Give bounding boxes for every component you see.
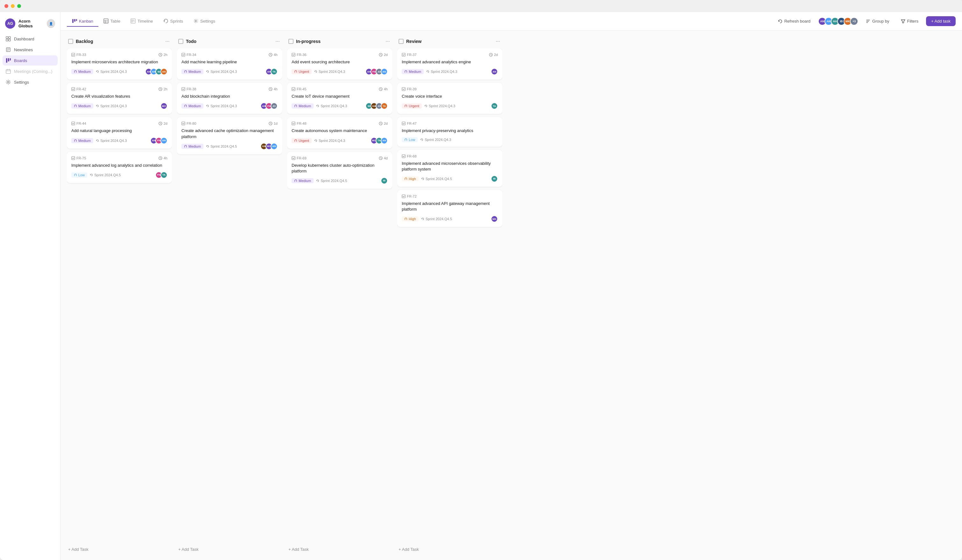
card-header: FR-39	[402, 87, 498, 91]
tab-table[interactable]: Table	[98, 16, 126, 27]
svg-point-27	[195, 20, 197, 22]
card-time: 2d	[379, 53, 388, 56]
card-id: FR-48	[292, 122, 307, 126]
tab-sprints[interactable]: Sprints	[158, 16, 188, 27]
column-title-inprogress: In-progress	[296, 39, 382, 44]
sidebar-item-newslines[interactable]: Newslines	[3, 45, 58, 55]
cards-backlog: FR-33 2h Implement microservices archite…	[67, 48, 172, 542]
svg-point-15	[8, 82, 9, 83]
card-avatar: TA	[381, 103, 388, 109]
card-header: FR-33 2h	[71, 53, 168, 56]
card-FR-37[interactable]: FR-37 2d Implement advanced analytics en…	[397, 48, 502, 80]
card-FR-33[interactable]: FR-33 2h Implement microservices archite…	[67, 48, 172, 80]
minimize-dot[interactable]	[11, 4, 15, 8]
card-title: Implement microservices architecture mig…	[71, 59, 168, 65]
card-time: 2h	[158, 53, 168, 56]
card-avatars: HAMOAN	[260, 143, 278, 150]
add-task-button[interactable]: + Add task	[926, 16, 956, 26]
close-dot[interactable]	[5, 4, 8, 8]
card-FR-42[interactable]: FR-42 2h Create AR visualization feature…	[67, 83, 172, 114]
column-menu-review[interactable]: ···	[495, 38, 501, 45]
svg-rect-36	[72, 122, 75, 125]
card-id: FR-69	[292, 156, 307, 160]
column-menu-inprogress[interactable]: ···	[384, 38, 391, 45]
card-footer: Medium Sprint 2024.Q4.3 ANPAAN	[71, 137, 168, 144]
column-checkbox-todo[interactable]	[178, 39, 183, 44]
calendar-icon	[6, 69, 11, 74]
svg-rect-10	[10, 58, 11, 60]
card-FR-34[interactable]: FR-34 4h Add machine learning pipeline M…	[177, 48, 282, 80]
sidebar-item-boards[interactable]: Boards	[3, 55, 58, 66]
profile-picture[interactable]: 👤	[47, 19, 55, 28]
svg-rect-0	[6, 37, 8, 39]
sidebar-item-dashboard[interactable]: Dashboard	[3, 34, 58, 44]
svg-rect-16	[72, 19, 74, 23]
refresh-board-label: Refresh board	[784, 19, 810, 24]
refresh-board-button[interactable]: Refresh board	[774, 17, 814, 26]
card-title: Create advanced cache optimization manag…	[181, 128, 278, 139]
grid-icon	[6, 36, 11, 41]
card-FR-44[interactable]: FR-44 2d Add natural language processing…	[67, 117, 172, 148]
card-FR-47[interactable]: FR-47 Implement privacy-preserving analy…	[397, 117, 502, 146]
card-FR-72[interactable]: FR-72 Implement advanced API gateway man…	[397, 190, 502, 227]
card-FR-68[interactable]: FR-68 Implement advanced microservices o…	[397, 150, 502, 187]
toolbar-tabs: Kanban Table Timeline Spri	[67, 16, 774, 26]
maximize-dot[interactable]	[17, 4, 21, 8]
svg-rect-1	[9, 37, 11, 39]
sprint-badge: Sprint 2024.Q4.5	[90, 173, 121, 177]
column-checkbox-backlog[interactable]	[68, 39, 73, 44]
tab-settings[interactable]: Settings	[188, 16, 220, 27]
column-menu-backlog[interactable]: ···	[164, 38, 171, 45]
priority-badge: Medium	[181, 144, 203, 149]
card-id: FR-75	[71, 156, 86, 160]
card-footer: Medium Sprint 2024.Q4.3 ANTA	[181, 68, 278, 75]
sidebar-item-meetings[interactable]: Meetings (Coming...)	[3, 66, 58, 76]
card-id: FR-38	[181, 87, 197, 91]
svg-rect-8	[6, 58, 7, 63]
add-task-label: + Add task	[931, 19, 951, 24]
card-avatar: JO	[271, 103, 278, 109]
sprint-badge: Sprint 2024.Q4.3	[426, 70, 457, 74]
card-FR-38[interactable]: FR-38 4h Add blockchain integration Medi…	[177, 83, 282, 114]
sprint-badge: Sprint 2024.Q4.3	[206, 104, 237, 108]
title-bar	[0, 0, 962, 12]
tab-timeline[interactable]: Timeline	[126, 16, 158, 27]
card-avatar: AN	[160, 137, 168, 144]
svg-rect-9	[8, 58, 9, 61]
add-task-review[interactable]: + Add Task	[397, 544, 502, 555]
card-FR-75[interactable]: FR-75 4h Implement advanced log analytic…	[67, 152, 172, 183]
card-footer: Urgent Sprint 2024.Q4.3 ANPAJOAN	[292, 68, 388, 75]
add-task-todo[interactable]: + Add Task	[177, 544, 282, 555]
sidebar-item-settings[interactable]: Settings	[3, 77, 58, 87]
card-avatars: IBHAJOTA	[365, 103, 388, 109]
card-FR-80[interactable]: FR-80 1d Create advanced cache optimizat…	[177, 117, 282, 154]
card-FR-69[interactable]: FR-69 4d Develop kubernetes cluster auto…	[287, 152, 392, 189]
card-footer: Medium Sprint 2024.Q4.3 IBHAJOTA	[292, 103, 388, 109]
tab-kanban-label: Kanban	[79, 19, 93, 24]
priority-badge: Medium	[292, 103, 313, 108]
card-FR-39[interactable]: FR-39 Create voice interface Urgent Spri…	[397, 83, 502, 114]
sidebar-settings-label: Settings	[14, 80, 29, 85]
sprint-badge: Sprint 2024.Q4.3	[314, 70, 345, 74]
card-avatar: AN	[160, 68, 168, 75]
card-footer: Medium Sprint 2024.Q4.5 IB	[292, 177, 388, 184]
sidebar: AG Acorn Globus 👤 Dashboard Newsl	[0, 12, 60, 560]
card-FR-36[interactable]: FR-36 2d Add event sourcing architecture…	[287, 48, 392, 80]
filters-button[interactable]: Filters	[897, 17, 922, 26]
tab-kanban[interactable]: Kanban	[67, 16, 98, 27]
column-checkbox-inprogress[interactable]	[288, 39, 294, 44]
card-avatar: TA	[271, 68, 278, 75]
card-FR-48[interactable]: FR-48 2d Create autonomous system mainte…	[287, 117, 392, 148]
column-menu-todo[interactable]: ···	[274, 38, 281, 45]
cards-inprogress: FR-36 2d Add event sourcing architecture…	[287, 48, 392, 542]
card-header: FR-42 2h	[71, 87, 168, 91]
card-header: FR-36 2d	[292, 53, 388, 56]
add-task-backlog[interactable]: + Add Task	[67, 544, 172, 555]
group-by-button[interactable]: Group by	[862, 17, 893, 26]
card-footer: Medium Sprint 2024.Q4.3 ANANIBAN	[71, 68, 168, 75]
card-FR-45[interactable]: FR-45 4h Create IoT device management Me…	[287, 83, 392, 114]
column-checkbox-review[interactable]	[399, 39, 404, 44]
add-task-inprogress[interactable]: + Add Task	[287, 544, 392, 555]
svg-rect-32	[72, 53, 75, 56]
svg-rect-44	[182, 122, 185, 125]
